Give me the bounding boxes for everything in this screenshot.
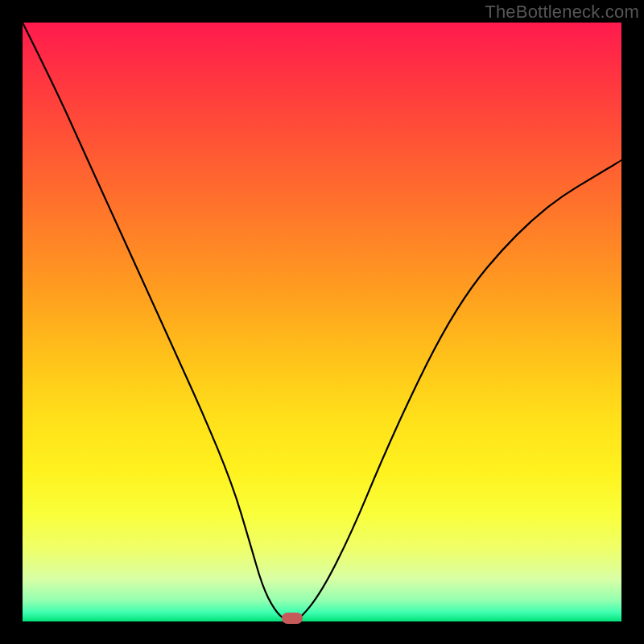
optimum-marker xyxy=(282,613,303,624)
chart-frame: TheBottleneck.com xyxy=(0,0,644,644)
plot-area xyxy=(23,23,621,621)
bottleneck-curve xyxy=(23,23,621,621)
watermark-text: TheBottleneck.com xyxy=(485,2,639,23)
